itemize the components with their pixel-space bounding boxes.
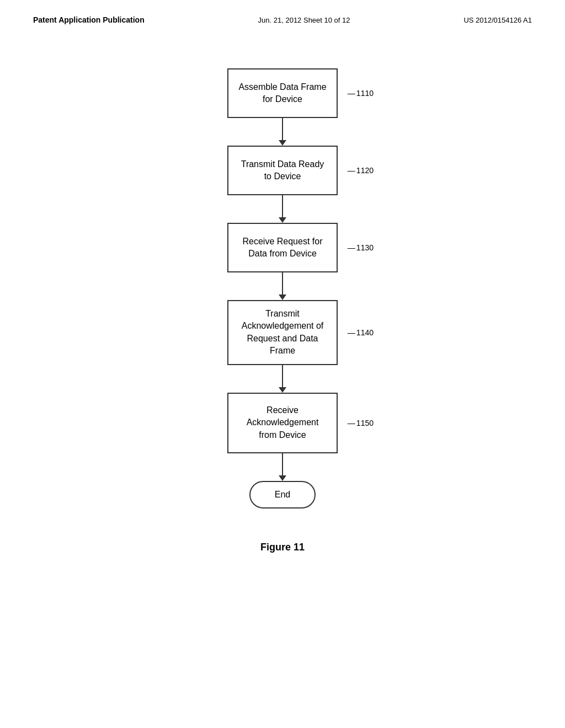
step-1110-box: Assemble Data Framefor Device — [227, 68, 338, 118]
arrow-1140-1150 — [279, 365, 286, 393]
arrow-head — [279, 295, 286, 300]
arrow-line — [282, 195, 283, 217]
step-1140-wrapper: TransmitAcknowledgement ofRequest and Da… — [227, 300, 338, 365]
step-1110-wrapper: Assemble Data Framefor Device 1110 — [227, 68, 338, 118]
step-1150-box: ReceiveAcknowledgementfrom Device — [227, 393, 338, 453]
figure-caption-text: Figure 11 — [260, 542, 305, 553]
arrow-head — [279, 140, 286, 146]
step-1130-box: Receive Request forData from Device — [227, 223, 338, 272]
arrow-1120-1130 — [279, 195, 286, 223]
header-publication-label: Patent Application Publication — [33, 15, 145, 24]
header-date-sheet: Jun. 21, 2012 Sheet 10 of 12 — [258, 16, 350, 24]
arrow-head — [279, 217, 286, 223]
arrow-line — [282, 453, 283, 475]
header-patent-number: US 2012/0154126 A1 — [463, 16, 532, 24]
arrow-1130-1140 — [279, 272, 286, 300]
page-header: Patent Application Publication Jun. 21, … — [0, 0, 565, 24]
step-1140-text: TransmitAcknowledgement ofRequest and Da… — [242, 308, 324, 357]
step-1130-text: Receive Request forData from Device — [243, 235, 323, 260]
arrow-line — [282, 365, 283, 387]
figure-caption: Figure 11 — [0, 542, 565, 553]
step-1120-box: Transmit Data Readyto Device — [227, 146, 338, 195]
step-1150-label: 1150 — [348, 419, 374, 427]
step-1120-text: Transmit Data Readyto Device — [241, 158, 324, 183]
arrow-1110-1120 — [279, 118, 286, 146]
arrow-line — [282, 272, 283, 295]
step-1110-text: Assemble Data Framefor Device — [238, 81, 326, 106]
step-1140-label: 1140 — [348, 328, 374, 337]
step-1150-text: ReceiveAcknowledgementfrom Device — [247, 404, 319, 441]
arrow-head — [279, 475, 286, 481]
step-1140-box: TransmitAcknowledgement ofRequest and Da… — [227, 300, 338, 365]
step-1120-wrapper: Transmit Data Readyto Device 1120 — [227, 146, 338, 195]
arrow-line — [282, 118, 283, 140]
arrow-1150-end — [279, 453, 286, 481]
step-1110-label: 1110 — [348, 89, 374, 98]
step-1130-wrapper: Receive Request forData from Device 1130 — [227, 223, 338, 272]
arrow-head — [279, 387, 286, 393]
end-node: End — [249, 481, 316, 508]
step-1120-label: 1120 — [348, 166, 374, 175]
step-1150-wrapper: ReceiveAcknowledgementfrom Device 1150 — [227, 393, 338, 453]
flowchart-diagram: Assemble Data Framefor Device 1110 Trans… — [0, 68, 565, 508]
step-1130-label: 1130 — [348, 243, 374, 252]
end-label: End — [275, 490, 290, 500]
